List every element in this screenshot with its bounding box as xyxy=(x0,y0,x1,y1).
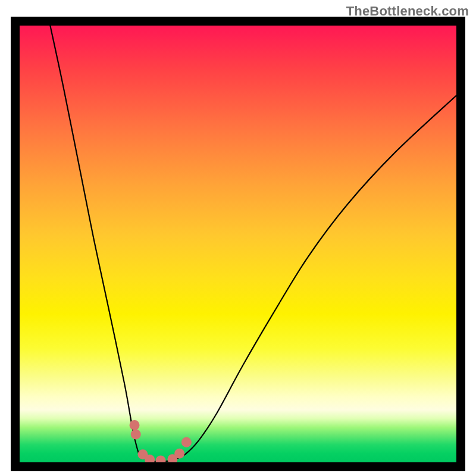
curve-right-branch xyxy=(178,95,456,458)
threshold-dot xyxy=(156,456,166,462)
threshold-markers xyxy=(130,420,192,462)
chart-gradient-background xyxy=(20,26,456,462)
chart-curve-svg xyxy=(20,26,456,462)
threshold-dot xyxy=(174,449,184,459)
curve-left-branch xyxy=(50,26,144,459)
threshold-dot xyxy=(130,420,140,430)
threshold-dot xyxy=(131,430,141,440)
threshold-dot xyxy=(181,437,192,447)
chart-frame xyxy=(11,17,465,471)
